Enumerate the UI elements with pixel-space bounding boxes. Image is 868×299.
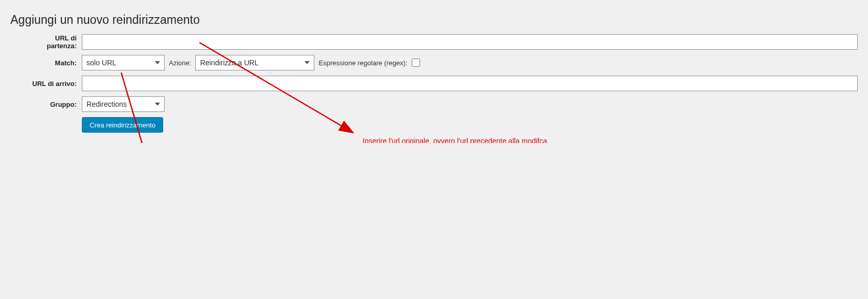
azione-select[interactable]: Reindirizza a URL xyxy=(195,55,314,70)
gruppo-select[interactable]: Redirections xyxy=(82,96,165,112)
create-redirect-button[interactable]: Crea reindirizzamento xyxy=(82,117,163,133)
url-partenza-input[interactable] xyxy=(82,34,858,50)
gruppo-label: Gruppo: xyxy=(10,101,82,108)
url-arrivo-label: URL di arrivo: xyxy=(10,80,82,88)
url-partenza-label: URL di partenza: xyxy=(10,34,82,50)
regex-checkbox[interactable] xyxy=(412,59,420,67)
azione-label: Azione: xyxy=(169,59,191,67)
regex-label: Espressione regolare (regex): xyxy=(319,59,407,67)
page-title: Aggiungi un nuovo reindirizzamento xyxy=(10,5,858,29)
redirect-form: URL di partenza: Match: solo URL Azione:… xyxy=(10,34,858,133)
match-label: Match: xyxy=(10,59,82,67)
url-arrivo-input[interactable] xyxy=(82,76,858,91)
annotation-url-partenza: Inserire l'url originale, ovvero l'url p… xyxy=(363,135,673,143)
match-select[interactable]: solo URL xyxy=(82,55,165,70)
